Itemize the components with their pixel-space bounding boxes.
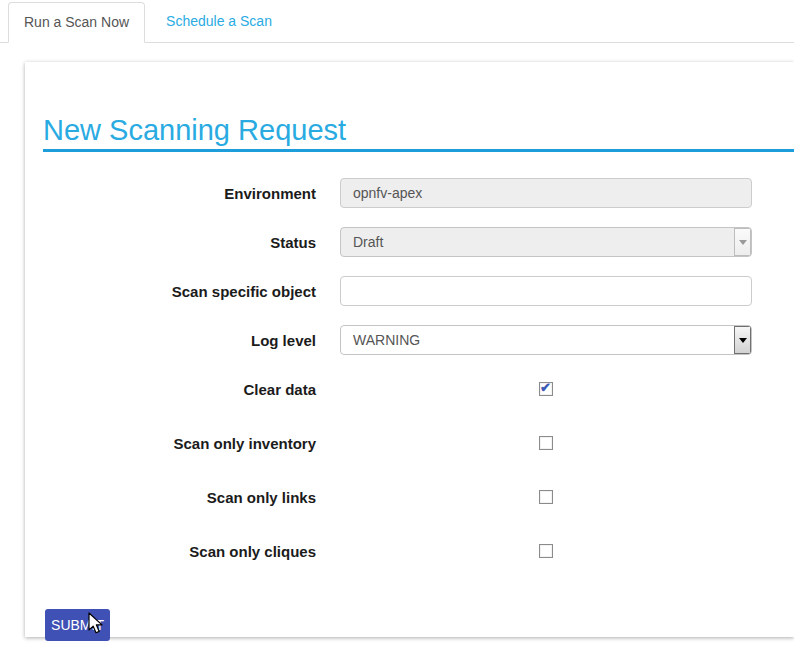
log-level-dropdown-button[interactable] [734, 326, 751, 354]
scan-request-panel: New Scanning Request Environment Status … [25, 62, 794, 637]
log-level-label: Log level [43, 332, 316, 349]
environment-label: Environment [43, 185, 316, 202]
status-select-value: Draft [341, 228, 734, 256]
scan-specific-object-row: Scan specific object [43, 276, 794, 306]
scan-only-links-label: Scan only links [43, 489, 316, 506]
environment-input [340, 178, 752, 208]
log-level-select-value: WARNING [341, 326, 734, 354]
scan-only-cliques-label: Scan only cliques [43, 543, 316, 560]
scan-only-inventory-checkbox[interactable] [539, 436, 553, 450]
log-level-select[interactable]: WARNING [340, 325, 752, 355]
status-select: Draft [340, 227, 752, 257]
log-level-row: Log level WARNING [43, 325, 794, 355]
environment-row: Environment [43, 178, 794, 208]
scan-only-cliques-checkbox[interactable] [539, 544, 553, 558]
tab-schedule-a-scan[interactable]: Schedule a Scan [150, 1, 288, 42]
chevron-down-icon [739, 338, 747, 347]
status-dropdown-button [734, 228, 751, 256]
clear-data-checkbox[interactable] [539, 382, 553, 396]
clear-data-label: Clear data [43, 381, 316, 398]
scan-only-links-row: Scan only links [43, 482, 794, 512]
scan-only-inventory-label: Scan only inventory [43, 435, 316, 452]
new-scan-form: Environment Status Draft Scan specific o… [43, 178, 794, 641]
tab-run-a-scan-now[interactable]: Run a Scan Now [8, 2, 145, 43]
chevron-down-icon [739, 240, 747, 249]
scan-only-cliques-row: Scan only cliques [43, 536, 794, 566]
scan-specific-object-input[interactable] [340, 276, 752, 306]
scan-only-inventory-row: Scan only inventory [43, 428, 794, 458]
scan-only-links-checkbox[interactable] [539, 490, 553, 504]
clear-data-row: Clear data [43, 374, 794, 404]
page: { "tabs": { "run_scan": { "label": "Run … [0, 0, 794, 651]
status-row: Status Draft [43, 227, 794, 257]
status-label: Status [43, 234, 316, 251]
scan-specific-object-label: Scan specific object [43, 283, 316, 300]
tab-bar: Run a Scan Now Schedule a Scan [0, 0, 794, 43]
submit-button[interactable]: SUBMIT [45, 609, 110, 641]
page-title: New Scanning Request [43, 114, 794, 152]
